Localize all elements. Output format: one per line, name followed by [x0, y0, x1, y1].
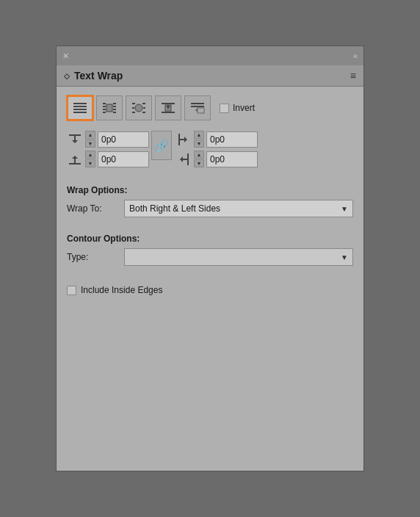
wrap-to-dropdown[interactable]: Both Right & Left Sides ▼ — [124, 200, 353, 217]
svg-marker-37 — [72, 156, 78, 159]
svg-rect-2 — [73, 109, 87, 110]
collapse-button[interactable]: « — [353, 51, 358, 60]
jump-next-column-icon — [189, 100, 206, 116]
wrap-bounding-button[interactable] — [96, 95, 123, 120]
svg-point-13 — [135, 104, 142, 112]
top-offset-down[interactable]: ▼ — [85, 140, 95, 148]
bottom-offset-input[interactable] — [98, 151, 149, 167]
type-label: Type: — [67, 252, 118, 262]
right-offset-icon — [175, 153, 192, 166]
wrap-bounding-icon — [101, 100, 117, 116]
svg-rect-9 — [103, 106, 106, 107]
top-offset-input[interactable] — [98, 131, 149, 148]
invert-label: Invert — [233, 103, 255, 113]
right-offset-input[interactable] — [206, 151, 258, 167]
svg-marker-31 — [72, 140, 78, 143]
wrap-options-label: Wrap Options: — [67, 185, 353, 195]
include-edges-checkbox[interactable] — [67, 286, 76, 295]
panel-titlebar: ✕ « — [57, 46, 363, 65]
panel-title-group: ◇ Text Wrap — [64, 70, 123, 82]
svg-rect-11 — [103, 109, 106, 110]
svg-rect-16 — [132, 112, 135, 113]
left-offset-input[interactable] — [206, 131, 258, 148]
svg-rect-15 — [142, 103, 145, 104]
svg-rect-29 — [69, 134, 81, 136]
svg-rect-17 — [142, 112, 145, 113]
svg-rect-5 — [103, 103, 106, 104]
svg-rect-18 — [132, 107, 134, 109]
wrap-to-label: Wrap To: — [67, 203, 118, 214]
type-arrow-icon: ▼ — [341, 253, 348, 261]
link-button[interactable]: 🔗 — [151, 131, 172, 160]
type-dropdown[interactable]: ▼ — [124, 248, 353, 266]
invert-checkbox[interactable] — [220, 104, 229, 113]
jump-next-column-button[interactable] — [184, 95, 211, 120]
bottom-offset-icon — [67, 153, 83, 166]
svg-rect-38 — [187, 153, 189, 165]
svg-rect-10 — [113, 106, 116, 107]
panel-body: Invert ▲ ▼ 🔗 — [57, 87, 363, 304]
top-offset-icon — [67, 133, 83, 146]
svg-marker-28 — [195, 108, 198, 112]
top-offset-spin[interactable]: ▲ ▼ — [85, 131, 95, 148]
bottom-offset-up[interactable]: ▲ — [85, 151, 95, 159]
left-offset-spin[interactable]: ▲ ▼ — [194, 131, 204, 148]
svg-rect-35 — [69, 163, 81, 164]
wrap-buttons-row: Invert — [67, 95, 353, 120]
invert-group: Invert — [220, 103, 255, 113]
wrap-options-section: Wrap Options: Wrap To: Both Right & Left… — [67, 181, 353, 217]
include-edges-label: Include Inside Edges — [81, 285, 162, 295]
panel-title-text: Text Wrap — [74, 70, 123, 82]
svg-rect-12 — [113, 109, 116, 110]
left-offset-down[interactable]: ▼ — [194, 140, 204, 148]
right-offset-spin[interactable]: ▲ ▼ — [194, 151, 204, 167]
svg-rect-21 — [162, 112, 175, 113]
include-edges-row: Include Inside Edges — [67, 285, 353, 295]
svg-rect-0 — [73, 103, 87, 104]
contour-options-section: Contour Options: Type: ▼ — [67, 229, 353, 266]
right-offset-down[interactable]: ▼ — [194, 159, 204, 167]
svg-rect-4 — [106, 104, 112, 112]
svg-rect-8 — [113, 112, 116, 113]
no-wrap-icon — [72, 100, 88, 116]
top-offset-up[interactable]: ▲ — [85, 131, 95, 139]
wrap-to-row: Wrap To: Both Right & Left Sides ▼ — [67, 200, 353, 217]
svg-rect-7 — [103, 112, 106, 113]
no-wrap-button[interactable] — [67, 95, 93, 120]
svg-rect-19 — [143, 107, 145, 109]
svg-rect-25 — [191, 103, 204, 104]
close-button[interactable]: ✕ — [62, 51, 69, 61]
wrap-object-button[interactable] — [126, 95, 152, 120]
wrap-object-icon — [131, 100, 147, 116]
svg-rect-27 — [198, 108, 204, 113]
panel-menu-icon[interactable]: ≡ — [350, 70, 356, 82]
svg-rect-14 — [132, 103, 135, 104]
left-offset-icon — [175, 133, 192, 146]
svg-rect-26 — [191, 106, 204, 107]
panel-header: ◇ Text Wrap ≡ — [57, 65, 363, 87]
left-offset-up[interactable]: ▲ — [194, 131, 204, 139]
contour-options-label: Contour Options: — [67, 234, 353, 244]
svg-marker-40 — [180, 156, 183, 162]
type-row: Type: ▼ — [67, 248, 353, 266]
svg-rect-32 — [178, 134, 180, 145]
panel-diamond-icon: ◇ — [64, 72, 70, 80]
wrap-to-arrow-icon: ▼ — [341, 205, 348, 213]
bottom-offset-spin[interactable]: ▲ ▼ — [85, 151, 95, 167]
svg-marker-34 — [184, 137, 187, 142]
svg-rect-3 — [73, 112, 87, 113]
offset-fields: ▲ ▼ 🔗 ▲ ▼ — [67, 131, 353, 167]
jump-object-icon — [160, 100, 176, 116]
wrap-to-value: Both Right & Left Sides — [129, 203, 220, 214]
right-offset-up[interactable]: ▲ — [194, 151, 204, 159]
bottom-offset-down[interactable]: ▼ — [85, 159, 95, 167]
text-wrap-panel: ✕ « ◇ Text Wrap ≡ — [56, 46, 364, 471]
jump-object-button[interactable] — [155, 95, 181, 120]
svg-rect-1 — [73, 106, 87, 107]
svg-rect-6 — [113, 103, 116, 104]
svg-rect-20 — [162, 103, 175, 104]
